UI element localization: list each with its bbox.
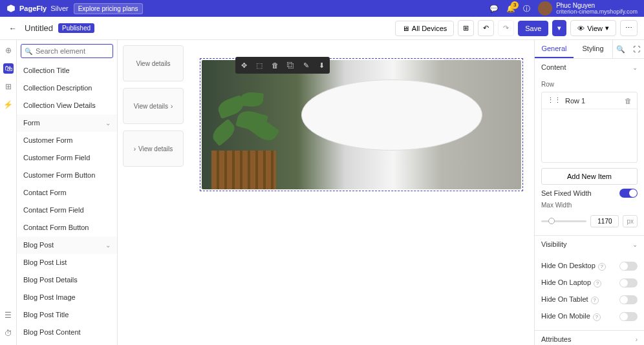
notification-count: 3 <box>511 1 519 9</box>
row-list: ⋮⋮ Row 1 🗑 <box>541 92 638 163</box>
element-item[interactable]: Contact Form Button <box>17 219 117 236</box>
plan-name: Silver <box>50 5 69 12</box>
hide-mobile-toggle[interactable] <box>619 312 638 321</box>
element-item[interactable]: Blog Post Content <box>17 324 117 341</box>
hero-image <box>202 60 521 189</box>
history-icon[interactable]: ⏱ <box>3 328 14 339</box>
save-dropdown[interactable]: ▾ <box>552 20 566 36</box>
element-item[interactable]: Contact Form <box>17 184 117 202</box>
element-item[interactable]: Blog Post Meta <box>17 341 117 345</box>
user-name: Phuc Nguyen <box>556 2 638 9</box>
toolbar: ← Untitled Published 🖥 All Devices ⊞ ↶ ↷… <box>0 17 644 40</box>
element-item[interactable]: Blog Post Title <box>17 306 117 324</box>
back-button[interactable]: ← <box>6 21 19 36</box>
hide-laptop-label: Hide On Laptop <box>541 278 591 286</box>
expand-icon[interactable]: ⛶ <box>628 40 644 58</box>
visibility-section-header[interactable]: Visibility⌄ <box>535 236 644 253</box>
properties-panel: General Styling 🔍 ⛶ Content⌄ Row ⋮⋮ Row … <box>534 40 644 345</box>
info-icon[interactable]: ⓘ <box>523 4 530 14</box>
max-width-input[interactable] <box>590 215 619 227</box>
notification-icon[interactable]: 🔔3 <box>506 5 515 13</box>
left-rail: ⊕ 🛍 ⊞ ⚡ ☰ ⏱ <box>0 40 17 345</box>
card-view-details-3[interactable]: › View details <box>123 131 184 167</box>
max-width-slider[interactable] <box>541 220 586 222</box>
element-item[interactable]: Collection View Details <box>17 97 117 114</box>
devices-button[interactable]: 🖥 All Devices <box>395 21 454 36</box>
add-icon[interactable]: ⊕ <box>3 45 14 56</box>
topbar: PageFly Silver Explore pricing plans 💬 🔔… <box>0 0 644 17</box>
card-view-details-2[interactable]: View details › <box>123 88 184 124</box>
help-icon[interactable]: ? <box>591 297 599 304</box>
hide-tablet-label: Hide On Tablet <box>541 295 588 303</box>
delete-icon[interactable]: 🗑 <box>268 58 282 72</box>
element-item[interactable]: Blog Post Image <box>17 289 117 306</box>
more-button[interactable]: ⋯ <box>620 20 638 36</box>
grid-toggle-button[interactable]: ⊞ <box>458 20 474 36</box>
published-badge: Published <box>58 23 94 33</box>
set-fixed-width-label: Set Fixed Width <box>541 189 592 197</box>
element-item[interactable]: Collection Description <box>17 79 117 97</box>
outline-icon[interactable]: ☰ <box>3 310 14 320</box>
content-section-header[interactable]: Content⌄ <box>535 59 644 76</box>
view-button[interactable]: 👁 View ▾ <box>570 20 616 36</box>
help-icon[interactable]: ? <box>593 313 601 321</box>
hide-desktop-label: Hide On Desktop <box>541 262 596 269</box>
chat-icon[interactable]: 💬 <box>489 5 499 13</box>
set-fixed-width-toggle[interactable] <box>619 189 638 198</box>
hide-mobile-label: Hide On Mobile <box>541 312 590 320</box>
elements-icon[interactable]: 🛍 <box>3 63 14 74</box>
element-item[interactable]: Blog Post Details <box>17 271 117 289</box>
user-domain: criterion-cinema.myshopify.com <box>556 9 638 16</box>
save-button[interactable]: Save <box>518 21 548 36</box>
element-item[interactable]: Customer Form Button <box>17 167 117 184</box>
help-icon[interactable]: ? <box>594 280 601 288</box>
element-item[interactable]: Contact Form Field <box>17 202 117 219</box>
elements-panel: 🔍 Collection TitleCollection Description… <box>17 40 118 345</box>
canvas[interactable]: ✥ ⬚ 🗑 ⿻ ✎ ⬇ <box>189 40 534 345</box>
help-icon[interactable]: ? <box>598 263 606 271</box>
search-props-icon[interactable]: 🔍 <box>613 40 628 58</box>
user-menu[interactable]: Phuc Nguyen criterion-cinema.myshopify.c… <box>538 1 638 16</box>
search-input[interactable] <box>21 44 113 58</box>
explore-pricing-link[interactable]: Explore pricing plans <box>74 3 143 14</box>
row-item-1[interactable]: ⋮⋮ Row 1 🗑 <box>542 92 637 109</box>
card-view-details-1[interactable]: View details <box>123 45 184 81</box>
drag-handle-icon[interactable]: ⋮⋮ <box>547 96 561 105</box>
save-section-icon[interactable]: ⬇ <box>314 58 328 72</box>
hide-tablet-toggle[interactable] <box>619 295 638 304</box>
max-width-label: Max Width <box>541 202 638 209</box>
avatar <box>538 1 552 16</box>
element-item[interactable]: Blog Post⌄ <box>17 236 117 254</box>
edit-icon[interactable]: ✎ <box>299 58 313 72</box>
selection-toolbar: ✥ ⬚ 🗑 ⿻ ✎ ⬇ <box>235 57 330 74</box>
element-item[interactable]: Form⌄ <box>17 114 117 132</box>
integrations-icon[interactable]: ⚡ <box>3 99 14 110</box>
search-icon: 🔍 <box>25 48 32 55</box>
page-title: Untitled <box>25 23 53 33</box>
hide-laptop-toggle[interactable] <box>619 278 638 288</box>
attributes-section-header[interactable]: Attributes› <box>535 331 644 345</box>
selected-section[interactable] <box>200 58 523 191</box>
tab-general[interactable]: General <box>535 40 574 58</box>
copy-icon[interactable]: ⿻ <box>283 58 297 72</box>
delete-row-icon[interactable]: 🗑 <box>625 97 632 105</box>
element-item[interactable]: Customer Form Field <box>17 149 117 167</box>
redo-button[interactable]: ↷ <box>498 20 514 36</box>
tab-styling[interactable]: Styling <box>574 40 612 58</box>
element-item[interactable]: Customer Form <box>17 132 117 149</box>
brand-name: PageFly <box>19 5 47 12</box>
add-new-item-button[interactable]: Add New Item <box>541 168 638 185</box>
undo-button[interactable]: ↶ <box>478 20 494 36</box>
sections-icon[interactable]: ⊞ <box>3 81 14 92</box>
unit-label: px <box>623 215 638 227</box>
drag-icon[interactable]: ✥ <box>237 58 251 72</box>
element-item[interactable]: Blog Post List <box>17 254 117 271</box>
hide-desktop-toggle[interactable] <box>619 262 638 271</box>
row-label: Row <box>541 81 638 88</box>
element-item[interactable]: Collection Title <box>17 62 117 79</box>
logo: PageFly Silver <box>6 4 69 13</box>
template-cards: View details View details › › View detai… <box>118 40 189 345</box>
parent-icon[interactable]: ⬚ <box>252 58 266 72</box>
